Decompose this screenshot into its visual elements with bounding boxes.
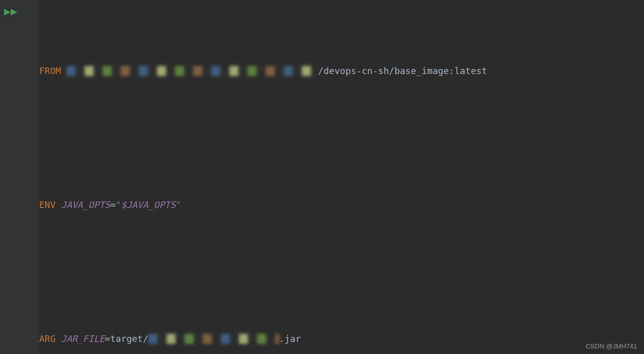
code-line: ENV JAVA_OPTS="$JAVA_OPTS" (39, 195, 644, 215)
watermark: CSDN @JMH741 (586, 342, 637, 350)
run-icon[interactable]: ▶▶ (4, 5, 18, 18)
code-line: FROM /devops-cn-sh/base_image:latest (39, 61, 644, 81)
redacted-block (66, 66, 318, 76)
dockerfile-keyword: ENV (39, 199, 61, 210)
env-var: JAVA_OPTS (61, 199, 110, 210)
dockerfile-keyword: FROM (39, 65, 61, 76)
code-editor: ▶▶ FROM /devops-cn-sh/base_image:latest … (0, 0, 644, 354)
code-line: ARG JAR_FILE=target/.jar (39, 329, 644, 348)
gutter: ▶▶ (0, 0, 39, 354)
env-ref: $JAVA_OPTS (121, 199, 176, 210)
env-var: JAR_FILE (61, 333, 105, 344)
code-text: /devops-cn-sh/base_image:latest (318, 65, 487, 76)
code-area[interactable]: FROM /devops-cn-sh/base_image:latest ENV… (39, 0, 644, 354)
redacted-block (148, 334, 279, 344)
dockerfile-keyword: ARG (39, 333, 61, 344)
